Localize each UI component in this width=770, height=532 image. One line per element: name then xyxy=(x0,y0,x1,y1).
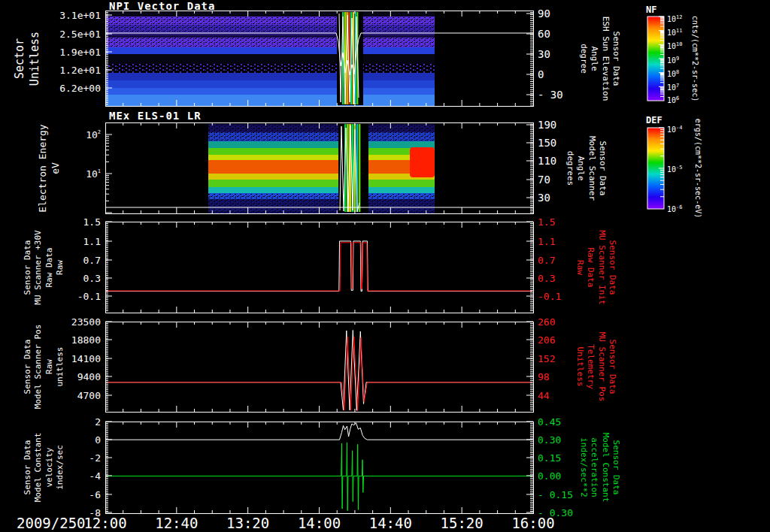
spectrogram-figure: NPI Vector Data MEx ELS-01 LR 2009/250 N… xyxy=(0,0,770,532)
colorbar-nf-units: cnts/(cm**2-sr-sec) xyxy=(690,16,700,101)
time-tick-label: 13:20 xyxy=(226,515,269,531)
colorbar-tick-label: 10-6 xyxy=(667,204,682,213)
spectrogram-band-texture xyxy=(105,25,435,32)
right-tick-label: 30 xyxy=(538,48,550,60)
right-axis-label: Sensor Data ESH Sun Elevation Angle degr… xyxy=(578,16,620,101)
panel-border xyxy=(105,322,533,412)
right-axis-label: Sensor Data Model Scanner Angle degrees xyxy=(564,135,607,200)
spectrogram-band xyxy=(105,54,435,64)
time-tick-label: 12:00 xyxy=(83,515,126,531)
disturbance-gap xyxy=(338,123,368,213)
y-axis-label: Electron Energy eV xyxy=(37,124,62,212)
colorbar-tick-label: 106 xyxy=(667,95,679,104)
right-tick-label: -0.1 xyxy=(538,291,561,302)
right-tick-label: 44 xyxy=(538,390,550,401)
panel-2-title: MEx ELS-01 LR xyxy=(109,110,202,122)
spectrogram-band-texture xyxy=(208,193,435,199)
data-series-acceleration-green xyxy=(105,443,533,511)
right-tick-label: 110 xyxy=(538,155,556,167)
spectrogram-band xyxy=(105,95,435,106)
time-tick-label: 14:00 xyxy=(298,515,341,531)
right-tick-label: 30 xyxy=(538,192,550,204)
right-tick-label: 98 xyxy=(538,371,550,382)
right-tick-label: 0.00 xyxy=(538,470,561,482)
time-tick-label: 14:40 xyxy=(369,515,412,531)
spectrogram-band xyxy=(208,148,435,155)
y-axis-label: Sensor Data MU Scanner +30V Raw Data Raw xyxy=(23,230,65,304)
time-tick-label: 16:00 xyxy=(511,515,554,531)
right-tick-label: 0 xyxy=(538,68,544,80)
spectrogram-band xyxy=(208,187,435,193)
right-axis-label: Sensor Data MU Scanner Init Raw Data Raw xyxy=(574,230,617,304)
colorbar-tick-label: 10-5 xyxy=(667,165,682,174)
panel-1-title: NPI Vector Data xyxy=(109,0,215,12)
right-tick-label: - 30 xyxy=(538,89,563,101)
spectrogram-band-texture xyxy=(208,199,435,213)
spectrogram-band-texture xyxy=(105,17,435,25)
spectrogram-band-texture xyxy=(208,124,435,132)
time-tick-label: 12:40 xyxy=(155,515,198,531)
spectrogram-band-texture xyxy=(105,64,435,73)
hot-flux-blob xyxy=(410,147,435,177)
right-tick-label: 0.30 xyxy=(538,434,561,446)
spectrogram-band xyxy=(105,35,435,38)
spectrogram-band xyxy=(105,47,435,54)
y-tick-label: 1.5 xyxy=(0,216,101,228)
colorbar-tick-label: 10-4 xyxy=(667,125,682,134)
y-axis-label: Sensor Data Model Constant velocity inde… xyxy=(23,433,65,503)
right-tick-label: 150 xyxy=(538,137,556,149)
right-tick-label: 0.15 xyxy=(538,452,561,464)
right-tick-label: 90 xyxy=(538,8,550,20)
spectrogram-band-texture xyxy=(208,132,435,141)
colorbar-nf-title: NF xyxy=(646,5,656,15)
colorbar-tick-label: 1010 xyxy=(667,41,682,50)
colorbar-tick-label: 109 xyxy=(667,56,679,65)
right-tick-label: 70 xyxy=(538,174,550,186)
right-tick-label: 0.3 xyxy=(538,273,555,284)
spectrogram-band xyxy=(208,141,435,148)
disturbance-stripe xyxy=(359,124,361,212)
data-series-pos-red xyxy=(105,337,533,411)
spectrogram-band xyxy=(208,155,435,160)
right-tick-label: - 0.15 xyxy=(538,489,573,500)
data-series-raw-red xyxy=(105,243,533,291)
right-axis-label: Sensor Data Model Constant acceleration … xyxy=(578,433,620,503)
right-tick-label: 0.45 xyxy=(538,416,561,428)
colorbar-tick-label: 107 xyxy=(667,83,679,92)
colorbar-tick-label: 108 xyxy=(667,69,679,78)
spectrogram-band xyxy=(105,88,435,95)
right-tick-label: 1.1 xyxy=(538,236,555,247)
spectrogram-band xyxy=(208,174,435,180)
colorbar-tick-label: 1012 xyxy=(667,14,682,23)
time-tick-label: 15:20 xyxy=(441,515,484,531)
data-series-pos-white xyxy=(105,331,533,411)
y-tick-label: 3.1e+01 xyxy=(0,10,101,21)
panel-border xyxy=(105,422,533,513)
spectrogram-band xyxy=(208,180,435,187)
right-tick-label: 190 xyxy=(538,119,556,131)
plot-canvas xyxy=(0,0,770,532)
spectrogram-band xyxy=(105,73,435,80)
data-series-raw-white xyxy=(105,241,533,292)
colorbar-def-title: DEF xyxy=(646,115,662,125)
colorbar-def-units: ergs/(cm**2-sr-sec-eV) xyxy=(693,119,703,218)
panel-border xyxy=(105,222,533,313)
spectrogram-band xyxy=(105,80,435,88)
right-tick-label: 152 xyxy=(538,353,555,364)
right-tick-label: 60 xyxy=(538,28,550,40)
right-axis-label: Sensor Data MU Scanner Pos Telemetry Uni… xyxy=(574,332,617,402)
right-tick-label: 0.7 xyxy=(538,255,555,266)
spectrogram-band-texture xyxy=(105,38,435,47)
colorbar-tick-label: 1011 xyxy=(667,28,682,37)
spectrogram-band xyxy=(208,160,435,174)
y-axis-label: Sector Unitless xyxy=(13,31,42,85)
y-tick-label: 2 xyxy=(0,416,101,428)
right-tick-label: 1.5 xyxy=(538,216,555,228)
y-axis-label: Sensor Data Model Scanner Pos Raw unitle… xyxy=(23,325,65,410)
right-tick-label: 260 xyxy=(538,316,555,328)
right-tick-label: 206 xyxy=(538,334,555,346)
